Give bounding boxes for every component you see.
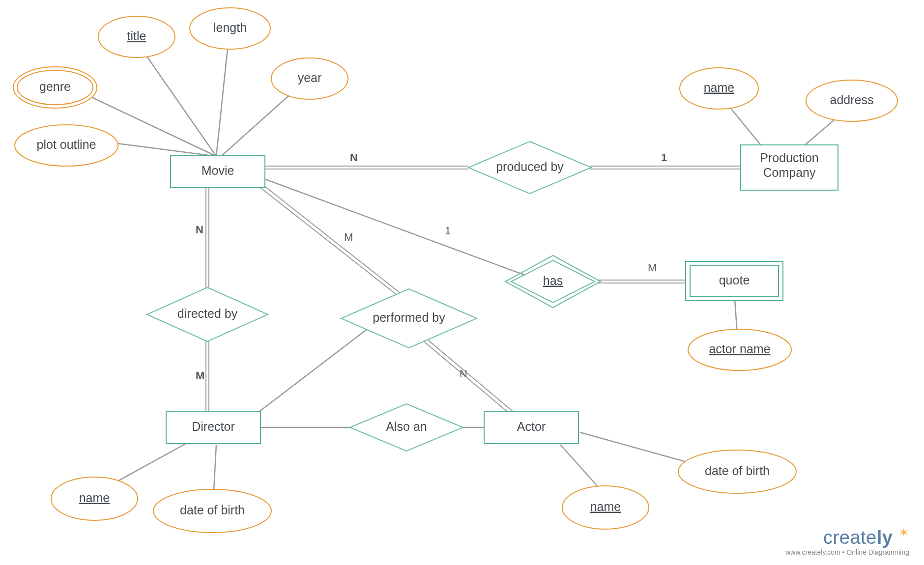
attr-actor-name-label: name (590, 500, 621, 513)
rel-has-label: has (543, 274, 563, 287)
rel-has: has (505, 255, 601, 308)
attr-title-label: title (127, 29, 146, 43)
attr-pc-address: address (806, 80, 897, 121)
attr-actor-dob-label: date of birth (705, 464, 770, 478)
edge-directedby-director (206, 341, 209, 411)
attr-actor-dob: date of birth (678, 450, 796, 493)
attr-director-dob-label: date of birth (180, 503, 245, 517)
rel-also-an-label: Also an (386, 420, 427, 433)
card-actor-performed: N (460, 367, 467, 380)
attr-length-label: length (213, 21, 247, 34)
edge-movie-length (216, 39, 229, 156)
card-quote-has: M (648, 261, 657, 274)
attr-year-label: year (298, 71, 322, 85)
entity-movie-label: Movie (202, 164, 234, 177)
attr-length: length (190, 8, 270, 49)
card-movie-produced: N (350, 151, 358, 164)
rel-produced-by-label: produced by (496, 160, 564, 173)
attr-pc-address-label: address (830, 93, 874, 107)
entity-actor-label: Actor (517, 420, 546, 433)
edge-director-dob (214, 445, 216, 491)
edge-director-name (108, 443, 187, 486)
attr-plot-label: plot outline (37, 138, 96, 151)
attr-director-dob: date of birth (153, 489, 271, 533)
watermark: creately ✶ www.creately.com • Online Dia… (785, 525, 909, 556)
edge-performedby-actor (423, 338, 513, 414)
attr-quote-actorname: actor name (688, 329, 791, 370)
edge-movie-producedby (265, 166, 468, 169)
rel-directed-by: directed by (147, 287, 268, 341)
card-pc-produced: 1 (661, 151, 667, 164)
edge-director-performedby (255, 324, 374, 415)
entity-actor: Actor (484, 411, 578, 444)
edge-movie-performedby (254, 180, 405, 300)
lightbulb-icon: ✶ (898, 525, 910, 540)
edge-movie-title (140, 47, 216, 156)
entity-production-company: Production Company (741, 145, 838, 190)
attr-director-name-label: name (79, 491, 110, 505)
card-movie-performed: M (344, 231, 353, 243)
svg-line-8 (254, 183, 403, 300)
attr-genre-label: genre (39, 80, 71, 93)
entity-director-label: Director (192, 420, 235, 433)
attr-quote-actorname-label: actor name (709, 342, 770, 356)
attr-genre: genre (13, 67, 97, 108)
edge-has-quote (597, 280, 686, 283)
entity-pc-label-2: Company (763, 166, 816, 179)
card-movie-has: 1 (445, 225, 451, 237)
svg-line-11 (426, 338, 513, 411)
watermark-brand-post: ly (877, 527, 893, 548)
attr-title: title (98, 16, 175, 57)
rel-also-an: Also an (350, 404, 463, 451)
entity-director: Director (166, 411, 260, 444)
er-diagram-canvas: genre title length year plot outline nam… (0, 0, 924, 565)
attr-year: year (271, 58, 348, 99)
rel-performed-by: performed by (341, 289, 477, 348)
card-dir-directed: M (196, 369, 204, 382)
rel-directed-by-label: directed by (177, 307, 238, 320)
card-movie-directed: N (196, 224, 203, 236)
edge-actor-name (560, 445, 602, 491)
edge-movie-directedby (206, 188, 209, 288)
attr-pc-name-label: name (704, 81, 735, 94)
attr-plot-outline: plot outline (15, 125, 118, 166)
watermark-brand-pre: create (823, 527, 877, 548)
svg-line-9 (257, 180, 405, 297)
rel-performed-by-label: performed by (373, 311, 445, 324)
edge-producedby-pc (590, 166, 741, 169)
rel-produced-by: produced by (468, 141, 591, 194)
entity-quote: quote (686, 261, 783, 301)
watermark-sub: www.creately.com • Online Diagramming (785, 548, 909, 556)
attr-actor-name: name (562, 486, 649, 529)
entity-pc-label-1: Production (760, 151, 819, 165)
edge-movie-has (265, 179, 525, 275)
entity-quote-label: quote (719, 273, 750, 287)
attr-pc-name: name (680, 68, 758, 109)
attr-director-name: name (51, 477, 138, 520)
entity-movie: Movie (171, 155, 265, 188)
watermark-brand: creately ✶ (785, 525, 909, 548)
